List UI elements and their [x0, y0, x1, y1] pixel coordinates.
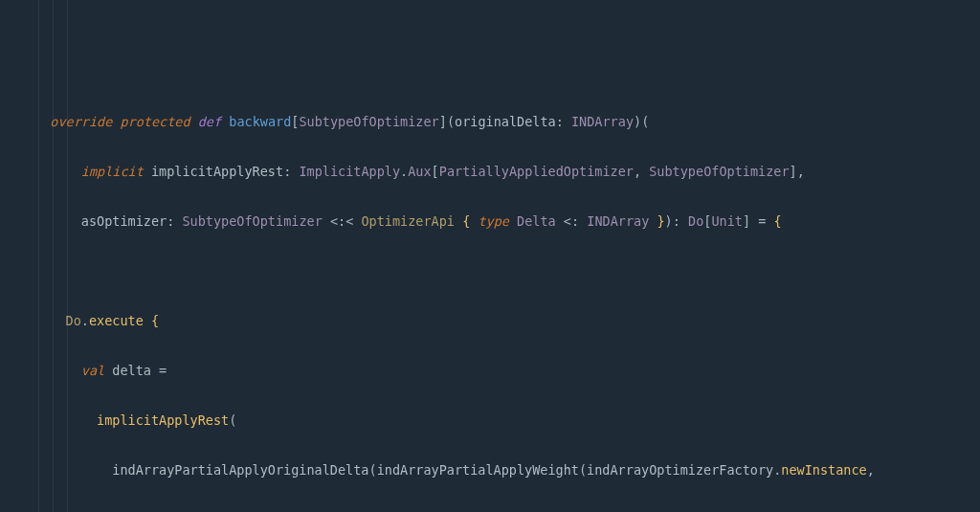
param-name: originalDelta: [455, 114, 556, 129]
keyword-override: override: [50, 114, 112, 129]
keyword-type: type: [478, 213, 509, 229]
identifier: indArrayOptimizerFactory: [587, 462, 773, 478]
code-line: Do.execute {: [34, 308, 980, 333]
type: ImplicitApply: [299, 164, 400, 179]
operator: <:: [564, 213, 579, 229]
method-call: newInstance: [781, 462, 866, 478]
method-call: indArrayPartialApplyOriginalDelta: [112, 462, 368, 478]
type: SubtypeOfOptimizer: [182, 213, 322, 229]
code-line: override protected def backward[SubtypeO…: [34, 109, 980, 134]
keyword-val: val: [81, 363, 104, 378]
method-call: indArrayPartialApplyWeight: [377, 462, 579, 478]
code-line: [34, 258, 980, 283]
type: Do: [688, 213, 703, 229]
identifier: delta: [112, 363, 151, 378]
type: PartiallyAppliedOptimizer: [439, 164, 634, 179]
method-name: backward: [229, 114, 291, 129]
type: INDArray: [587, 213, 649, 229]
param-name: implicitApplyRest: [151, 164, 283, 179]
method-call: implicitApplyRest: [97, 412, 229, 428]
code-line: implicit implicitApplyRest: ImplicitAppl…: [34, 159, 980, 184]
code-line: indArrayWeightParameter(this)),: [34, 507, 980, 512]
code-line: implicitApplyRest(: [34, 408, 980, 433]
code-line: val delta =: [34, 358, 980, 383]
type: OptimizerApi: [361, 213, 455, 229]
param-name: asOptimizer: [81, 213, 167, 229]
type: Aux: [408, 164, 431, 179]
keyword-def: def: [198, 114, 221, 129]
type: SubtypeOfOptimizer: [649, 164, 789, 179]
code-line: indArrayPartialApplyOriginalDelta(indArr…: [34, 457, 980, 482]
keyword-protected: protected: [120, 114, 189, 129]
code-line: asOptimizer: SubtypeOfOptimizer <:< Opti…: [34, 209, 980, 234]
type: Delta: [517, 213, 556, 229]
type-param: SubtypeOfOptimizer: [299, 114, 438, 129]
type: INDArray: [571, 114, 634, 129]
operator: <:<: [330, 213, 353, 229]
type: Unit: [711, 213, 743, 229]
keyword-implicit: implicit: [81, 164, 144, 179]
method-call: execute: [89, 313, 144, 328]
code-editor[interactable]: override protected def backward[SubtypeO…: [0, 0, 980, 512]
